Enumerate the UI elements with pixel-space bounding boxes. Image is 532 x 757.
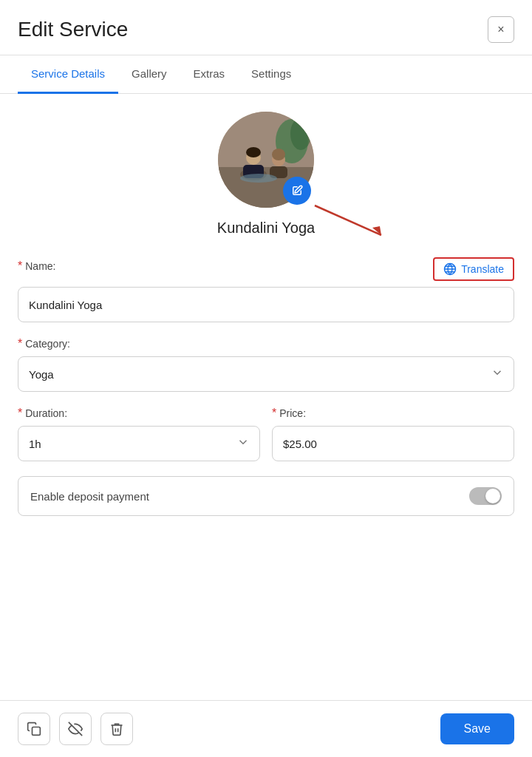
close-button[interactable]: × [488,16,514,43]
svg-point-9 [246,147,261,157]
category-field-row: * Category: Yoga Pilates Meditation Fitn… [18,337,514,392]
edit-icon [290,184,304,197]
name-input[interactable] [18,287,514,322]
price-field: * Price: [272,407,514,461]
duration-price-row: * Duration: 30min 45min 1h 1h 15min 1h 3… [18,407,514,461]
svg-point-3 [290,118,311,150]
delete-button[interactable] [100,713,133,745]
hide-icon [68,722,83,736]
duration-select-wrapper: 30min 45min 1h 1h 15min 1h 30min 2h [18,426,260,461]
svg-point-11 [240,174,277,183]
save-button[interactable]: Save [440,713,514,744]
duration-required-star: * [18,407,22,420]
duration-select[interactable]: 30min 45min 1h 1h 15min 1h 30min 2h [18,426,260,461]
avatar-edit-button[interactable] [283,177,311,205]
svg-point-10 [272,149,285,160]
duration-field: * Duration: 30min 45min 1h 1h 15min 1h 3… [18,407,260,461]
avatar-wrapper [218,112,314,208]
tab-bar: Service Details Gallery Extras Settings [0,55,532,94]
modal-footer: Save [0,700,532,757]
price-input[interactable] [272,426,514,461]
globe-icon [443,262,457,276]
modal-body: Kundalini Yoga * Name: [0,94,532,700]
category-label: * Category: [18,337,514,350]
deposit-label: Enable deposit payment [30,490,149,503]
name-required-star: * [18,259,22,273]
category-select[interactable]: Yoga Pilates Meditation Fitness [18,356,514,392]
tab-extras[interactable]: Extras [180,55,239,94]
svg-rect-15 [33,727,41,736]
price-required-star: * [272,407,276,420]
service-name-display: Kundalini Yoga [217,220,315,237]
deposit-payment-row: Enable deposit payment [18,476,514,516]
category-select-wrapper: Yoga Pilates Meditation Fitness [18,356,514,392]
name-field-header: * Name: Translate [18,257,514,281]
tab-settings[interactable]: Settings [238,55,304,94]
modal-header: Edit Service × [0,0,532,55]
toggle-knob [485,489,500,503]
copy-button[interactable] [18,713,50,745]
name-label: * Name: [18,259,55,273]
close-icon: × [497,23,504,36]
price-label: * Price: [272,407,514,420]
delete-icon [109,722,124,736]
tab-service-details[interactable]: Service Details [18,55,118,94]
tab-gallery[interactable]: Gallery [118,55,180,94]
footer-actions [18,713,133,745]
copy-icon [27,722,41,736]
modal-title: Edit Service [18,18,128,41]
translate-button[interactable]: Translate [433,257,514,281]
name-field-row: * Name: Translate [18,257,514,322]
service-image-section: Kundalini Yoga [18,112,514,237]
hide-button[interactable] [59,713,92,745]
duration-label: * Duration: [18,407,260,420]
category-required-star: * [18,337,22,350]
edit-service-modal: Edit Service × Service Details Gallery E… [0,0,532,757]
deposit-toggle[interactable] [469,487,502,505]
